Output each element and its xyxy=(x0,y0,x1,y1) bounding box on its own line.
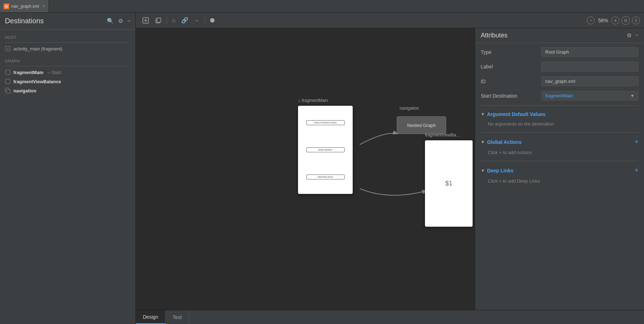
argument-no-args-text: No arguments on the destination xyxy=(488,121,554,127)
global-actions-section-header[interactable]: ▼ Global Actions + xyxy=(481,135,638,148)
bottom-tabs: Design Text xyxy=(136,310,644,324)
start-destination-value: fragmentMain xyxy=(545,93,573,98)
navigation-label-sidebar: navigation xyxy=(13,88,36,93)
fragment-view-balance-content: $1 xyxy=(445,180,452,187)
canvas-and-panel: navigation Nested Graph ⌂ fragmentMain V… xyxy=(136,28,644,310)
gear-icon[interactable]: ⚙ xyxy=(118,18,123,24)
start-destination-label: Start Destination xyxy=(481,93,537,99)
fragment-view-balance-title-bar: fragmentViewBa... xyxy=(425,133,460,137)
graph-section-label: GRAPH xyxy=(0,56,135,65)
minus-icon[interactable]: − xyxy=(127,18,130,24)
navigation-nested-icon xyxy=(5,88,11,93)
id-label: ID xyxy=(481,79,537,84)
canvas[interactable]: navigation Nested Graph ⌂ fragmentMain V… xyxy=(136,28,475,310)
fragment-view-balance-canvas-label: fragmentViewBa... xyxy=(425,133,460,137)
zoom-out-button[interactable]: − xyxy=(587,17,595,24)
sidebar-content: HOST A activity_main (fragment) GRAPH fr… xyxy=(0,30,135,324)
panel-gear-icon[interactable]: ⚙ xyxy=(627,32,632,39)
fragment-view-balance-label: fragmentViewBalance xyxy=(13,79,61,84)
tab-close-button[interactable]: × xyxy=(43,4,45,9)
sidebar-item-fragment-view-balance[interactable]: fragmentViewBalance xyxy=(0,77,135,86)
deep-links-hint-text: Click + to add Deep Links xyxy=(488,178,540,184)
id-value[interactable]: nav_graph.xml xyxy=(541,77,638,86)
global-actions-add-button[interactable]: + xyxy=(634,138,638,146)
zoom-controls: − 56% + ⊙ i xyxy=(587,16,640,25)
send-money-btn: SEND MONEY xyxy=(306,147,345,152)
fragment-main-card[interactable]: VIEW TRANSACTIONS SEND MONEY VIEW BALANC… xyxy=(298,106,353,194)
nested-graph-label: Nested Graph xyxy=(407,123,436,128)
label-value[interactable] xyxy=(541,62,638,72)
add-destination-button[interactable] xyxy=(140,16,151,25)
sidebar-item-fragment-main[interactable]: fragmentMain – Start xyxy=(0,68,135,77)
host-divider xyxy=(5,42,130,43)
argument-section-body: No arguments on the destination xyxy=(481,120,638,129)
view-balance-btn: VIEW BALANCE xyxy=(306,175,345,179)
fragment-main-buttons: VIEW TRANSACTIONS SEND MONEY VIEW BALANC… xyxy=(298,106,353,194)
home-indicator-icon: ⌂ xyxy=(298,98,300,103)
tab-label: nav_graph.xml xyxy=(11,4,39,9)
tab-design[interactable]: Design xyxy=(136,310,166,324)
attributes-panel: Attributes ⚙ − Type Root Graph Label xyxy=(475,28,644,310)
label-label: Label xyxy=(481,64,537,69)
global-actions-section-left: ▼ Global Actions xyxy=(481,139,522,145)
activity-icon: A xyxy=(5,46,11,51)
toolbar: ⌂ 🔗 → ⬢ − 56% + ⊙ i xyxy=(136,13,644,28)
deep-links-add-button[interactable]: + xyxy=(634,167,638,174)
zoom-in-button[interactable]: + xyxy=(612,17,619,24)
global-actions-title: Global Actions xyxy=(487,139,522,145)
start-destination-dropdown[interactable]: fragmentMain ▼ xyxy=(541,91,638,100)
panel-minus-icon[interactable]: − xyxy=(635,32,638,39)
fit-screen-button[interactable]: ⊙ xyxy=(621,16,630,25)
tab-text-label: Text xyxy=(173,314,182,320)
fragment-main-icon xyxy=(5,69,11,75)
main-layout: Destinations 🔍 ⚙ − HOST A activity_main … xyxy=(0,13,644,324)
deep-links-section-left: ▼ Deep Links xyxy=(481,168,514,173)
nav-graph-tab[interactable]: ◎ nav_graph.xml × xyxy=(0,0,49,12)
info-button[interactable]: i xyxy=(632,17,640,24)
panel-content: Type Root Graph Label ID nav_graph.xml xyxy=(475,43,644,310)
sidebar-item-navigation[interactable]: navigation xyxy=(0,86,135,95)
navigation-canvas-label: navigation xyxy=(400,106,419,111)
sidebar: Destinations 🔍 ⚙ − HOST A activity_main … xyxy=(0,13,136,324)
type-value: Root Graph xyxy=(541,47,638,57)
global-actions-hint-text: Click + to add Actions xyxy=(488,150,532,155)
host-section-label: HOST xyxy=(0,32,135,41)
svg-rect-4 xyxy=(157,18,161,22)
tab-text[interactable]: Text xyxy=(166,310,189,324)
search-icon[interactable]: 🔍 xyxy=(107,18,114,24)
deep-links-title: Deep Links xyxy=(487,168,514,173)
type-label: Type xyxy=(481,49,537,55)
sidebar-icon-group: 🔍 ⚙ − xyxy=(107,18,130,24)
global-actions-collapse-icon: ▼ xyxy=(481,140,485,145)
id-row: ID nav_graph.xml xyxy=(481,77,638,86)
nested-graph-node[interactable]: Nested Graph xyxy=(397,116,446,134)
toolbar-sep-2 xyxy=(205,17,205,24)
home-button[interactable]: ⌂ xyxy=(170,16,178,25)
activity-main-label: activity_main (fragment) xyxy=(13,46,62,51)
link-button[interactable]: 🔗 xyxy=(179,16,190,25)
panel-header: Attributes ⚙ − xyxy=(475,28,644,43)
dropdown-arrow-icon: ▼ xyxy=(630,93,634,98)
panel-divider-1 xyxy=(481,105,638,106)
deep-links-collapse-icon: ▼ xyxy=(481,168,485,173)
sidebar-item-activity-main[interactable]: A activity_main (fragment) xyxy=(0,44,135,53)
argument-section-left: ▼ Argument Default Values xyxy=(481,111,546,117)
sidebar-header: Destinations 🔍 ⚙ − xyxy=(0,13,135,30)
fragment-main-title-bar: ⌂ fragmentMain xyxy=(298,98,328,103)
argument-section-header[interactable]: ▼ Argument Default Values xyxy=(481,109,638,120)
argument-section-title: Argument Default Values xyxy=(487,111,546,117)
fragment-main-bold-label: fragmentMain xyxy=(13,70,43,75)
fragment-main-canvas-label: fragmentMain xyxy=(302,98,328,103)
deep-links-section-header[interactable]: ▼ Deep Links + xyxy=(481,164,638,177)
panel-divider-3 xyxy=(481,161,638,161)
tab-file-icon: ◎ xyxy=(4,4,9,9)
view-transactions-btn: VIEW TRANSACTIONS xyxy=(306,120,345,125)
sidebar-title: Destinations xyxy=(5,17,44,25)
graph-divider xyxy=(5,66,130,66)
type-row: Type Root Graph xyxy=(481,47,638,57)
content-area: ⌂ 🔗 → ⬢ − 56% + ⊙ i xyxy=(136,13,644,324)
arrow-button[interactable]: → xyxy=(192,16,202,25)
fragment-view-balance-card[interactable]: $1 xyxy=(425,140,473,227)
duplicate-button[interactable] xyxy=(153,16,164,25)
arrange-button[interactable]: ⬢ xyxy=(208,16,217,25)
